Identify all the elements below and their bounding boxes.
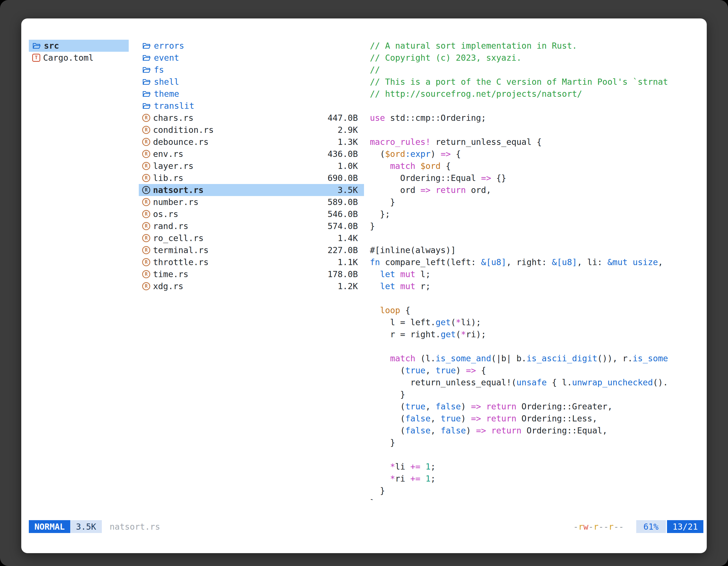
entry-size: 1.4K [332, 233, 358, 243]
code-line: }; [370, 208, 702, 220]
code-line: (true, false) => return Ordering::Greate… [370, 400, 702, 412]
rust-icon: R [142, 258, 150, 266]
rust-icon: R [142, 270, 150, 278]
entry-name: natsort.rs [153, 185, 204, 195]
file-row-xdg.rs[interactable]: Rxdg.rs1.2K [139, 280, 364, 292]
code-line: loop { [370, 304, 702, 316]
cursor-position-badge: 13/21 [667, 520, 703, 533]
folder-icon [142, 42, 151, 50]
file-row-condition.rs[interactable]: Rcondition.rs2.9K [139, 124, 364, 136]
code-line: } [370, 196, 702, 208]
toml-icon: T [32, 54, 40, 62]
code-line [370, 340, 702, 352]
code-line: return_unless_equal!(unsafe { l.unwrap_u… [370, 376, 702, 388]
code-line: } [370, 388, 702, 400]
code-line: // This is a port of the C version of Ma… [370, 76, 702, 88]
code-line: l = left.get(*li); [370, 316, 702, 328]
dir-row-shell[interactable]: shell [139, 76, 364, 88]
code-line [370, 448, 702, 461]
file-preview-pane: // A natural sort implementation in Rust… [370, 40, 702, 500]
entry-size: 1.3K [332, 137, 358, 147]
code-line: ord => return ord, [370, 184, 702, 196]
entry-name: number.rs [153, 197, 199, 207]
dir-row-theme[interactable]: theme [139, 88, 364, 100]
file-row-debounce.rs[interactable]: Rdebounce.rs1.3K [139, 136, 364, 148]
entry-name: lib.rs [153, 173, 183, 183]
code-line: macro_rules! return_unless_equal { [370, 136, 702, 148]
parent-directory-pane: srcTCargo.toml [29, 40, 129, 500]
file-row-number.rs[interactable]: Rnumber.rs589.0B [139, 196, 364, 208]
folder-icon [142, 90, 151, 98]
entry-name: shell [154, 77, 179, 87]
rust-icon: R [142, 222, 150, 230]
dir-row-translit[interactable]: translit [139, 100, 364, 112]
code-line: } [370, 220, 702, 232]
rust-icon: R [142, 282, 150, 290]
code-line: // [370, 64, 702, 76]
file-row-os.rs[interactable]: Ros.rs546.0B [139, 208, 364, 220]
code-line [370, 232, 702, 244]
entry-size: 546.0B [322, 209, 358, 219]
entry-size: 447.0B [322, 113, 358, 123]
code-line: let mut r; [370, 280, 702, 292]
rust-icon: R [142, 234, 150, 242]
code-line: use std::cmp::Ordering; [370, 112, 702, 124]
entry-name: errors [154, 41, 184, 51]
rust-icon: R [142, 174, 150, 182]
entry-name: condition.rs [153, 125, 214, 135]
entry-name: time.rs [153, 269, 188, 279]
code-line: Ordering::Equal => {} [370, 172, 702, 184]
entry-size: 436.0B [322, 149, 358, 159]
code-line [370, 100, 702, 112]
file-row-chars.rs[interactable]: Rchars.rs447.0B [139, 112, 364, 124]
file-size-badge: 3.5K [70, 520, 102, 533]
file-row-layer.rs[interactable]: Rlayer.rs1.0K [139, 160, 364, 172]
scroll-percent-badge: 61% [636, 520, 666, 533]
file-row-env.rs[interactable]: Renv.rs436.0B [139, 148, 364, 160]
code-line [370, 292, 702, 304]
entry-name: chars.rs [153, 113, 194, 123]
file-row-throttle.rs[interactable]: Rthrottle.rs1.1K [139, 256, 364, 268]
folder-icon [142, 102, 151, 110]
entry-name: src [44, 41, 59, 51]
entry-name: throttle.rs [153, 257, 209, 267]
entry-size: 2.9K [332, 125, 358, 135]
entry-size: 1.1K [332, 257, 358, 267]
code-line: (false, true) => return Ordering::Less, [370, 412, 702, 424]
code-line: #[inline(always)] [370, 244, 702, 256]
file-row-lib.rs[interactable]: Rlib.rs690.0B [139, 172, 364, 184]
file-row-natsort.rs[interactable]: Rnatsort.rs3.5K [139, 184, 364, 196]
mode-badge: NORMAL [29, 520, 70, 533]
file-row-ro_cell.rs[interactable]: Rro_cell.rs1.4K [139, 232, 364, 244]
code-line [370, 124, 702, 136]
file-row-rand.rs[interactable]: Rrand.rs574.0B [139, 220, 364, 232]
dir-row-event[interactable]: event [139, 52, 364, 64]
dir-row-src[interactable]: src [29, 40, 129, 52]
entry-name: terminal.rs [153, 245, 209, 255]
dir-row-errors[interactable]: errors [139, 40, 364, 52]
rust-icon: R [142, 126, 150, 134]
rust-icon: R [142, 138, 150, 146]
code-line: } [370, 485, 702, 497]
file-row-terminal.rs[interactable]: Rterminal.rs227.0B [139, 244, 364, 256]
entry-name: event [154, 53, 179, 63]
rust-icon: R [142, 114, 150, 122]
code-line: match $ord { [370, 160, 702, 172]
folder-icon [32, 42, 41, 50]
file-row-Cargo.toml[interactable]: TCargo.toml [29, 52, 129, 64]
code-line: *ri += 1; [370, 473, 702, 485]
code-line: } [370, 497, 702, 500]
code-line: // http://sourcefrog.net/projects/natsor… [370, 88, 702, 100]
entry-size: 178.0B [322, 269, 358, 279]
dir-row-fs[interactable]: fs [139, 64, 364, 76]
permissions-text: -rw-r--r-- [573, 522, 624, 532]
entry-name: env.rs [153, 149, 183, 159]
entry-name: xdg.rs [153, 281, 183, 291]
code-line: // A natural sort implementation in Rust… [370, 40, 702, 52]
code-line: ($ord:expr) => { [370, 148, 702, 160]
code-line: r = right.get(*ri); [370, 328, 702, 340]
yazi-file-manager-window: srcTCargo.toml errorseventfsshellthemetr… [21, 18, 707, 553]
file-row-time.rs[interactable]: Rtime.rs178.0B [139, 268, 364, 280]
folder-icon [142, 78, 151, 86]
folder-icon [142, 54, 151, 62]
